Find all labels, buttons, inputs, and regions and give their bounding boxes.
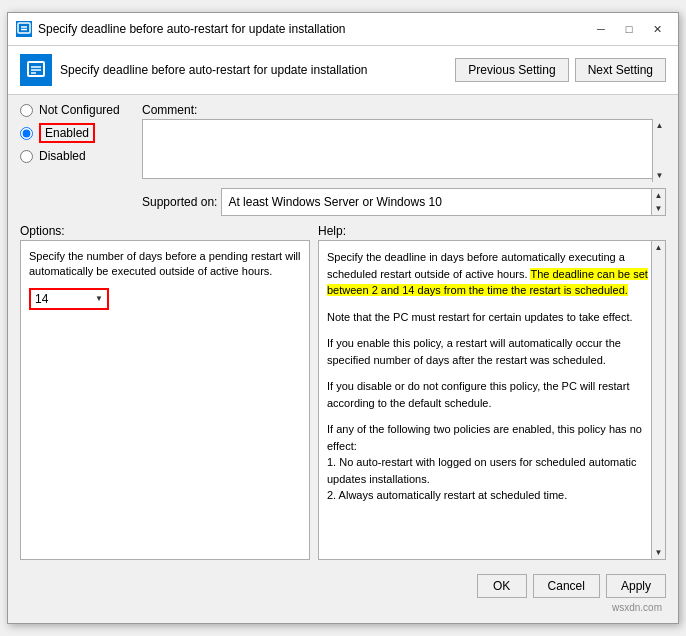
help-text: Specify the deadline in days before auto… [327,249,657,504]
svg-rect-0 [18,23,30,33]
footer-row: OK Cancel Apply [20,568,666,602]
prev-setting-button[interactable]: Previous Setting [455,58,568,82]
not-configured-option[interactable]: Not Configured [20,103,130,117]
dropdown-arrow-icon: ▼ [95,294,103,303]
supported-scrollbar: ▲ ▼ [651,189,665,215]
watermark: wsxdn.com [20,602,666,615]
options-description: Specify the number of days before a pend… [29,249,301,280]
dropdown-value: 14 [35,292,48,306]
help-paragraph-3: If you enable this policy, a restart wil… [327,335,657,368]
comment-section: Comment: ▲ ▼ [142,103,666,182]
header-description: Specify deadline before auto-restart for… [60,63,368,77]
supported-section: Supported on: At least Windows Server or… [142,188,666,216]
header-row: Specify deadline before auto-restart for… [8,46,678,95]
options-panel: Specify the number of days before a pend… [20,240,310,560]
title-bar: Specify deadline before auto-restart for… [8,13,678,46]
help-panel: Specify the deadline in days before auto… [318,240,666,560]
content-area: Not Configured Enabled Disabled Comment: [8,95,678,623]
supported-scroll-up[interactable]: ▲ [653,189,665,202]
enabled-radio[interactable] [20,127,33,140]
window-icon [16,21,32,37]
disabled-label: Disabled [39,149,86,163]
close-button[interactable]: ✕ [644,19,670,39]
help-paragraph-2: Note that the PC must restart for certai… [327,309,657,326]
header-buttons: Previous Setting Next Setting [455,58,666,82]
section-labels: Options: Help: [20,224,666,238]
disabled-option[interactable]: Disabled [20,149,130,163]
svg-rect-3 [28,62,44,76]
middle-section: Not Configured Enabled Disabled Comment: [20,103,666,216]
window-title: Specify deadline before auto-restart for… [38,22,582,36]
apply-button[interactable]: Apply [606,574,666,598]
main-window: Specify deadline before auto-restart for… [7,12,679,624]
disabled-radio[interactable] [20,150,33,163]
comment-scrollbar: ▲ ▼ [652,119,666,182]
scroll-up-arrow[interactable]: ▲ [656,121,664,130]
supported-value: At least Windows Server or Windows 10 [228,195,441,209]
radio-column: Not Configured Enabled Disabled [20,103,130,216]
options-section-label: Options: [20,224,310,238]
days-dropdown[interactable]: 14 ▼ [29,288,109,310]
window-controls: ─ □ ✕ [588,19,670,39]
radio-group: Not Configured Enabled Disabled [20,103,130,163]
dropdown-row: 14 ▼ [29,288,301,310]
help-scrollbar: ▲ ▼ [651,241,665,559]
maximize-button[interactable]: □ [616,19,642,39]
enabled-option[interactable]: Enabled [20,123,130,143]
not-configured-label: Not Configured [39,103,120,117]
not-configured-radio[interactable] [20,104,33,117]
scroll-down-arrow[interactable]: ▼ [656,171,664,180]
comment-textarea[interactable] [142,119,666,179]
supported-scroll-down[interactable]: ▼ [653,202,665,215]
help-paragraph-4: If you disable or do not configure this … [327,378,657,411]
comment-label: Comment: [142,103,666,117]
cancel-button[interactable]: Cancel [533,574,600,598]
next-setting-button[interactable]: Next Setting [575,58,666,82]
help-scroll-up-arrow[interactable]: ▲ [655,243,663,252]
header-left: Specify deadline before auto-restart for… [20,54,455,86]
help-paragraph-1: Specify the deadline in days before auto… [327,249,657,299]
policy-icon [20,54,52,86]
help-paragraph-5: If any of the following two policies are… [327,421,657,504]
ok-button[interactable]: OK [477,574,527,598]
supported-value-box: At least Windows Server or Windows 10 ▲ … [221,188,666,216]
help-section-label: Help: [318,224,666,238]
enabled-label: Enabled [39,123,95,143]
help-scroll-down-arrow[interactable]: ▼ [655,548,663,557]
bottom-panels: Specify the number of days before a pend… [20,240,666,560]
supported-label: Supported on: [142,195,217,209]
minimize-button[interactable]: ─ [588,19,614,39]
right-column: Comment: ▲ ▼ Supported on: At least Wind… [142,103,666,216]
